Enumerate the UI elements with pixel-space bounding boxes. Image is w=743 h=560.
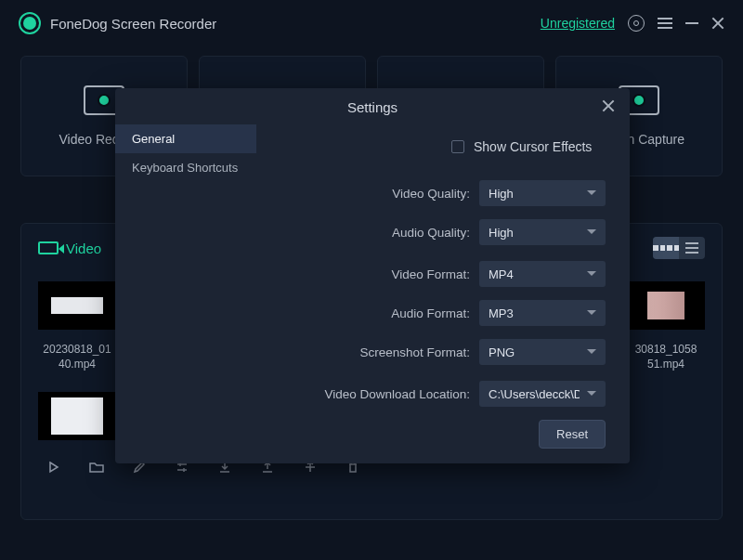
- list-item[interactable]: [38, 392, 116, 440]
- video-quality-label: Video Quality:: [266, 187, 470, 201]
- chevron-down-icon: [587, 229, 596, 234]
- tab-video[interactable]: Video: [38, 241, 101, 256]
- grid-icon: [653, 237, 679, 259]
- audio-quality-label: Audio Quality:: [266, 226, 470, 240]
- sidebar-item-shortcuts[interactable]: Keyboard Shortcuts: [115, 153, 256, 182]
- chevron-down-icon: [587, 271, 596, 276]
- tab-video-label: Video: [66, 241, 101, 256]
- download-location-label: Video Download Location:: [266, 387, 470, 401]
- close-button[interactable]: [711, 17, 724, 30]
- list-icon: [679, 237, 705, 259]
- chevron-down-icon: [587, 349, 596, 354]
- settings-sidebar: General Keyboard Shortcuts: [115, 124, 256, 463]
- chevron-down-icon: [587, 190, 596, 195]
- select-value: High: [489, 187, 514, 201]
- folder-icon[interactable]: [88, 459, 105, 475]
- select-value: PNG: [489, 345, 515, 359]
- unregistered-link[interactable]: Unregistered: [541, 16, 615, 31]
- settings-title: Settings: [347, 99, 398, 115]
- close-icon[interactable]: [602, 99, 615, 112]
- video-format-label: Video Format:: [266, 267, 470, 281]
- chevron-down-icon: [587, 310, 596, 315]
- settings-panel: Show Cursor Effects Video Quality: High …: [256, 124, 630, 463]
- settings-icon[interactable]: [628, 15, 645, 32]
- grid-view-button[interactable]: [653, 237, 679, 259]
- select-value: MP3: [489, 306, 514, 320]
- download-location-select[interactable]: C:\Users\decck\Do: [479, 381, 606, 407]
- audio-format-label: Audio Format:: [266, 306, 470, 320]
- screenshot-format-label: Screenshot Format:: [266, 345, 470, 359]
- chevron-down-icon: [587, 391, 596, 396]
- audio-quality-select[interactable]: High: [479, 219, 606, 245]
- audio-format-select[interactable]: MP3: [479, 300, 606, 326]
- camcorder-icon: [38, 241, 59, 254]
- app-title: FoneDog Screen Recorder: [50, 16, 216, 32]
- list-item[interactable]: 30818_1058 51.mp4: [627, 281, 705, 371]
- cursor-effects-row: Show Cursor Effects: [451, 139, 606, 154]
- view-toggle: [653, 237, 705, 259]
- video-quality-select[interactable]: High: [479, 180, 606, 206]
- screenshot-format-select[interactable]: PNG: [479, 339, 606, 365]
- thumbnail: [627, 281, 705, 330]
- minimize-button[interactable]: [685, 22, 698, 24]
- settings-modal: Settings General Keyboard Shortcuts Show…: [115, 88, 630, 463]
- app-logo-icon: [19, 12, 41, 34]
- cursor-effects-checkbox[interactable]: [451, 140, 464, 153]
- title-bar: FoneDog Screen Recorder Unregistered: [0, 0, 743, 46]
- list-view-button[interactable]: [679, 237, 705, 259]
- thumbnail-label: 20230818_01 40.mp4: [43, 343, 111, 371]
- play-icon[interactable]: [46, 459, 62, 475]
- settings-header: Settings: [115, 88, 630, 124]
- video-format-select[interactable]: MP4: [479, 261, 606, 287]
- sidebar-item-general[interactable]: General: [115, 124, 256, 153]
- list-item[interactable]: 20230818_01 40.mp4: [38, 281, 116, 371]
- select-value: MP4: [489, 267, 514, 281]
- menu-icon[interactable]: [658, 18, 672, 29]
- reset-button[interactable]: Reset: [539, 420, 606, 449]
- select-value: High: [489, 226, 514, 240]
- thumbnail: [38, 281, 116, 330]
- thumbnail-label: 30818_1058 51.mp4: [635, 343, 697, 371]
- cursor-effects-label: Show Cursor Effects: [474, 139, 592, 154]
- select-value: C:\Users\decck\Do: [489, 387, 580, 401]
